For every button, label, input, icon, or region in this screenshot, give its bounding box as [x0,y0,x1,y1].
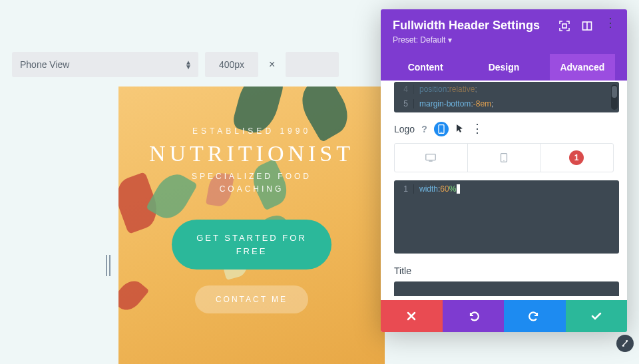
brand-title: NUTRITIONIST [118,141,385,166]
cta-primary-button[interactable]: GET STARTED FOR FREE [172,220,331,270]
view-select-value: Phone View [20,59,69,70]
annotation-badge: 1 [569,150,584,165]
redo-button[interactable] [504,300,566,332]
text-cursor [457,184,460,194]
cursor-icon[interactable] [455,124,465,135]
device-tablet[interactable] [467,144,540,172]
kebab-menu-icon[interactable]: ⋮ [604,21,615,31]
svg-rect-6 [429,161,433,162]
tagline: SPECIALIZED FOODCOACHING [118,170,385,196]
help-icon[interactable]: ? [421,124,427,134]
times-icon: × [269,59,275,71]
panel-title: Fullwidth Header Settings [393,19,540,33]
logo-section-header: Logo ? ⋮ [381,112,627,143]
panel-footer [381,300,627,332]
mobile-active-icon[interactable] [434,122,449,136]
kebab-menu-icon[interactable]: ⋮ [471,126,483,131]
tab-advanced[interactable]: Advanced [550,54,615,81]
cancel-button[interactable] [381,300,443,332]
svg-rect-0 [562,24,566,28]
svg-rect-4 [440,132,442,132]
title-label: Title [381,254,627,281]
cta-secondary-button[interactable]: CONTACT ME [195,285,308,313]
preset-dropdown[interactable]: Preset: Default ▾ [393,35,615,45]
established-text: ESTABLISED 1990 [118,126,385,136]
view-select[interactable]: Phone View ▲▼ [12,52,198,77]
logo-label: Logo [394,124,415,134]
undo-button[interactable] [443,300,505,332]
resize-handle[interactable] [101,255,114,276]
preview-width-input[interactable] [205,52,258,77]
save-button[interactable] [566,300,628,332]
preview-area: ESTABLISED 1990 NUTRITIONIST SPECIALIZED… [101,87,385,364]
css-editor-title[interactable] [394,281,619,296]
scrollbar[interactable] [611,85,618,110]
tab-design[interactable]: Design [471,54,536,81]
select-arrows-icon: ▲▼ [185,60,192,69]
chevron-down-icon: ▾ [448,35,452,45]
tab-content[interactable]: Content [393,54,458,81]
device-desktop[interactable] [395,144,467,172]
columns-icon[interactable] [582,21,592,31]
phone-preview-canvas[interactable]: ESTABLISED 1990 NUTRITIONIST SPECIALIZED… [118,87,385,364]
preview-height-input[interactable] [286,52,339,77]
panel-header: Fullwidth Header Settings ⋮ Preset: Defa… [381,9,627,81]
css-editor-upper[interactable]: 4position:relative; 5margin-bottom:-8em; [394,82,619,112]
panel-body[interactable]: 4position:relative; 5margin-bottom:-8em;… [381,81,627,300]
panel-resize-handle[interactable] [616,335,634,352]
css-editor-logo[interactable]: 1width:60% [394,180,619,254]
settings-panel: Fullwidth Header Settings ⋮ Preset: Defa… [381,9,627,332]
focus-icon[interactable] [559,21,570,31]
svg-rect-5 [426,154,435,160]
svg-point-8 [503,160,504,161]
responsive-device-tabs: 1 [394,143,614,172]
